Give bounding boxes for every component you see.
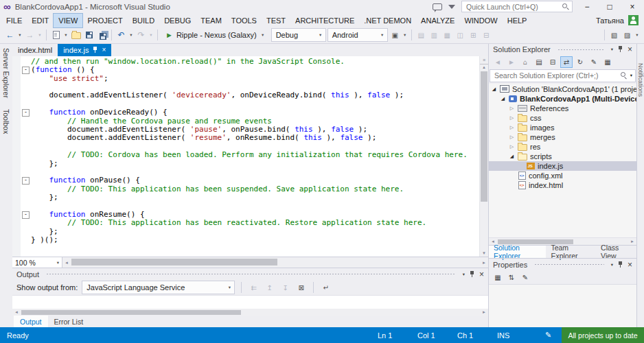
uncomment-icon[interactable]: ▦	[441, 28, 453, 42]
clear-all-icon[interactable]: ⊠	[295, 281, 307, 294]
code-line[interactable]: // TODO: This application has been suspe…	[21, 185, 479, 193]
editor-horizontal-scrollbar[interactable]: ◄ ►	[62, 257, 488, 268]
pin-icon[interactable]	[618, 46, 623, 53]
tree-expand-icon[interactable]: ▷	[509, 106, 515, 111]
window-position-icon[interactable]: ▾	[611, 262, 613, 268]
menu-project[interactable]: PROJECT	[82, 14, 127, 27]
tree-expand-icon[interactable]: ◢	[500, 96, 506, 102]
navigate-forward-icon[interactable]: →	[24, 28, 36, 42]
close-icon[interactable]: ×	[628, 260, 632, 270]
send-a-frown-icon[interactable]	[448, 5, 455, 9]
tree-item-css[interactable]: ▷css	[489, 113, 636, 123]
menu-team[interactable]: TEAM	[196, 14, 227, 27]
scrollbar-thumb[interactable]	[71, 259, 277, 265]
forward-icon[interactable]: ►	[506, 57, 517, 67]
close-icon[interactable]: ×	[628, 45, 632, 54]
properties-title-bar[interactable]: Properties ▾ ×	[489, 259, 636, 270]
scroll-left-icon[interactable]: ◄	[62, 257, 71, 268]
word-wrap-icon[interactable]: ↵	[320, 281, 332, 294]
menu-edit[interactable]: EDIT	[27, 14, 54, 27]
comment-icon[interactable]: ▥	[428, 28, 440, 42]
user-avatar[interactable]	[628, 15, 639, 25]
tree-expand-icon[interactable]: ▷	[509, 134, 515, 140]
menu-analyze[interactable]: ANALYZE	[416, 14, 459, 27]
tab-error-list[interactable]: Error List	[48, 316, 90, 327]
toolbox-tab[interactable]: Toolbox	[2, 109, 10, 134]
extensions-icon[interactable]: ▨	[621, 28, 633, 42]
scrollbar-thumb[interactable]	[481, 71, 487, 202]
tab-class-view[interactable]: Class View	[596, 246, 636, 258]
save-icon[interactable]	[83, 28, 95, 42]
solution-platform-combo[interactable]: Android ▾	[327, 28, 388, 42]
scroll-down-icon[interactable]: ▼	[480, 250, 488, 257]
solution-explorer-horizontal-scrollbar[interactable]: ◄ ►	[489, 237, 636, 245]
device-options-dropdown-icon[interactable]: ▾	[402, 32, 408, 38]
properties-icon[interactable]: ▦	[602, 57, 613, 67]
tree-item-merges[interactable]: ▷merges	[489, 132, 636, 142]
fold-collapse-icon[interactable]: -	[22, 211, 30, 219]
find-message-icon[interactable]: ⇇	[248, 281, 260, 294]
redo-dropdown-icon[interactable]: ▾	[148, 32, 154, 38]
pin-icon[interactable]	[470, 271, 474, 278]
view-code-icon[interactable]: ✎	[588, 57, 599, 67]
code-line[interactable]: // TODO: Cordova has been loaded. Perfor…	[21, 151, 479, 159]
menu-architecture[interactable]: ARCHITECTURE	[290, 14, 359, 27]
device-options-icon[interactable]: ▣	[389, 28, 401, 42]
tree-expand-icon[interactable]: ◢	[491, 86, 497, 92]
tab-index-html[interactable]: index.html	[12, 44, 58, 56]
quick-launch-box[interactable]	[461, 1, 573, 12]
tree-item-res[interactable]: ▷res	[489, 142, 636, 152]
solution-explorer-title-bar[interactable]: Solution Explorer ▾ ×	[489, 44, 636, 56]
window-position-icon[interactable]: ▾	[611, 47, 613, 52]
output-title-bar[interactable]: Output ▾ ×	[12, 268, 488, 280]
outdent-icon[interactable]: ⊟	[481, 28, 492, 42]
new-file-icon[interactable]	[50, 28, 62, 42]
pin-icon[interactable]	[93, 47, 97, 54]
tree-item-index-js[interactable]: index.js	[489, 161, 636, 171]
code-line[interactable]: document.addEventListener( 'deviceready'…	[21, 91, 479, 99]
menu-test[interactable]: TEST	[262, 14, 290, 27]
feedback-icon[interactable]	[433, 3, 442, 10]
menu-net-demon[interactable]: .NET DEMON	[359, 14, 416, 27]
menu-window[interactable]: WINDOW	[459, 14, 502, 27]
code-editor[interactable]: // and then run "window.location.reload(…	[12, 56, 488, 257]
tab-solution-explorer[interactable]: Solution Explorer	[489, 246, 546, 258]
navigate-backward-icon[interactable]: ←	[4, 28, 16, 42]
quick-launch-input[interactable]	[465, 2, 560, 12]
close-icon[interactable]: ×	[102, 46, 106, 54]
navigate-backward-dropdown-icon[interactable]: ▾	[17, 32, 23, 38]
fold-collapse-icon[interactable]: -	[22, 177, 30, 185]
undo-icon[interactable]: ↶	[115, 28, 127, 42]
code-line[interactable]: } )();	[21, 236, 479, 244]
categorized-icon[interactable]: ▦	[492, 272, 503, 283]
tab-index-js[interactable]: index.js ×	[58, 44, 111, 56]
menu-debug[interactable]: DEBUG	[159, 14, 196, 27]
tree-item-scripts[interactable]: ◢scripts	[489, 152, 636, 161]
minimize-button[interactable]: −	[579, 2, 595, 12]
find-in-files-icon[interactable]: ▤	[415, 28, 427, 42]
tree-item-images[interactable]: ▷images	[489, 123, 636, 132]
new-file-dropdown-icon[interactable]: ▾	[63, 32, 69, 38]
output-source-combo[interactable]: JavaScript Language Service ▾	[82, 281, 235, 294]
code-line[interactable]: // TODO: This application has been react…	[21, 219, 479, 227]
close-icon[interactable]: ×	[479, 270, 484, 279]
code-line[interactable]: };	[21, 193, 479, 202]
collapse-all-icon[interactable]: ⊟	[547, 57, 558, 67]
solution-explorer-search-box[interactable]: ▾	[490, 69, 636, 82]
sync-with-active-document-icon[interactable]: ⇄	[561, 57, 572, 67]
back-icon[interactable]: ◄	[492, 57, 503, 67]
code-line[interactable]: "use strict";	[21, 75, 479, 83]
solution-explorer-search-input[interactable]	[493, 71, 618, 80]
navigate-forward-dropdown-icon[interactable]: ▾	[37, 32, 43, 38]
code-line[interactable]: };	[21, 228, 479, 236]
alphabetical-icon[interactable]: ⇅	[506, 272, 517, 283]
tree-item-solution-blankcordovaapp1-1-project[interactable]: ◢Solution 'BlankCordovaApp1' (1 project)	[489, 84, 636, 94]
tree-expand-icon[interactable]: ▷	[509, 144, 515, 150]
scroll-right-icon[interactable]: ►	[628, 238, 636, 245]
output-content[interactable]	[12, 295, 488, 309]
tree-expand-icon[interactable]: ◢	[509, 154, 515, 159]
debug-target-dropdown-icon[interactable]: ▾	[260, 32, 266, 38]
code-line[interactable]: document.addEventListener( 'resume', onR…	[21, 134, 479, 142]
menu-tools[interactable]: TOOLS	[227, 14, 262, 27]
tab-team-explorer[interactable]: Team Explorer	[546, 246, 596, 258]
